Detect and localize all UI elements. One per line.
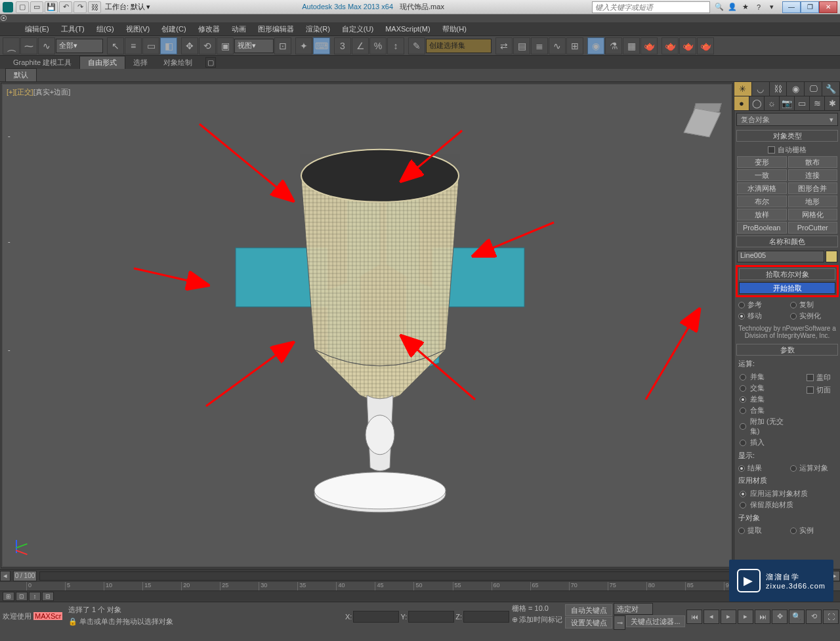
teapot1-icon[interactable]: 🫖 [662, 37, 679, 54]
ribbon-tab-graphite[interactable]: Graphite 建模工具 [5, 56, 79, 69]
coord-y[interactable] [408, 611, 454, 623]
chk-imprint[interactable] [807, 374, 814, 381]
radio-move[interactable] [738, 313, 745, 320]
cameras-icon[interactable]: 📷 [780, 96, 795, 110]
setkey-button[interactable]: 设置关键点 [565, 617, 612, 629]
autogrid-checkbox[interactable] [768, 146, 775, 154]
nav-pan-icon[interactable]: ✥ [772, 610, 788, 624]
time-track[interactable] [39, 571, 827, 581]
pivot-icon[interactable]: ⊡ [274, 37, 291, 54]
menu-grapheditors[interactable]: 图形编辑器 [253, 23, 299, 35]
rollout-object-type[interactable]: -对象类型 [736, 130, 838, 142]
btn-terrain[interactable]: 地形 [788, 196, 838, 207]
helpers-icon[interactable]: ▭ [795, 96, 810, 110]
maximize-button[interactable]: ❐ [801, 1, 819, 13]
btn-boolean[interactable]: 布尔 [737, 196, 787, 207]
render-setup-icon[interactable]: ⚗ [605, 37, 622, 54]
move-icon[interactable]: ✥ [181, 37, 198, 54]
select-manipulate-icon[interactable]: ✦ [295, 37, 312, 54]
time-slider-handle[interactable]: 0 / 100 [13, 571, 37, 581]
add-time-tag[interactable]: 添加时间标记 [519, 615, 562, 625]
ribbon-tab-freeform[interactable]: 自由形式 [79, 56, 125, 69]
motion-tab-icon[interactable]: ◉ [787, 82, 805, 96]
nav-orbit-icon[interactable]: ⟲ [806, 610, 822, 624]
modify-tab-icon[interactable]: ◡ [752, 82, 770, 96]
help-search-input[interactable] [592, 1, 710, 13]
spinner-snap-icon[interactable]: ↕ [387, 37, 404, 54]
help-icon[interactable]: ? [753, 2, 764, 12]
systems-icon[interactable]: ✱ [825, 96, 840, 110]
menu-modifiers[interactable]: 修改器 [193, 23, 225, 35]
render-icon[interactable]: 🫖 [640, 37, 658, 54]
menu-tools[interactable]: 工具(T) [56, 23, 90, 35]
dock-btn-1[interactable]: ⊞ [3, 592, 14, 601]
create-tab-icon[interactable]: ✳ [734, 82, 752, 96]
btn-scatter[interactable]: 散布 [788, 156, 838, 168]
search-icon[interactable]: 🔍 [714, 2, 724, 12]
keymode-dropdown[interactable]: 选定对 [614, 603, 653, 615]
rollout-name-color[interactable]: -名称和颜色 [736, 236, 838, 247]
utilities-tab-icon[interactable]: 🔧 [822, 82, 840, 96]
btn-blobmesh[interactable]: 水滴网格 [737, 182, 787, 194]
radio-attach[interactable] [740, 423, 746, 430]
btn-procutter[interactable]: ProCutter [788, 222, 838, 234]
coord-x[interactable] [353, 611, 399, 623]
nav-zoom-icon[interactable]: 🔍 [789, 610, 805, 624]
align-icon[interactable]: ▤ [513, 37, 530, 54]
menu-edit[interactable]: 编辑(E) [20, 23, 54, 35]
edit-named-sel-icon[interactable]: ✎ [408, 37, 425, 54]
named-selection-sets[interactable]: 创建选择集 [426, 39, 492, 53]
radio-instance[interactable] [790, 313, 797, 320]
save-icon[interactable]: 💾 [45, 1, 58, 13]
viewcube[interactable] [684, 104, 719, 140]
start-pick-button[interactable]: 开始拾取 [739, 282, 835, 294]
coord-z[interactable] [463, 611, 509, 623]
mirror-icon[interactable]: ⇄ [495, 37, 513, 54]
btn-mesher[interactable]: 网格化 [788, 209, 838, 220]
menu-create[interactable]: 创建(C) [156, 23, 191, 35]
radio-union[interactable] [740, 374, 746, 381]
menu-customize[interactable]: 自定义(U) [337, 23, 379, 35]
link-icon[interactable]: ⁔ [3, 37, 20, 54]
radio-merge[interactable] [740, 407, 746, 414]
dock-btn-3[interactable]: ↕ [29, 592, 41, 601]
timeline-prev-icon[interactable]: ◂ [0, 571, 10, 581]
rollout-parameters[interactable]: -参数 [736, 344, 838, 356]
time-ruler[interactable]: 05 1015 2025 3035 4045 5055 6065 7075 80… [0, 582, 840, 591]
link-icon[interactable]: ⛓ [88, 1, 101, 13]
radio-intersect[interactable] [740, 385, 746, 392]
radio-apply-mat[interactable] [740, 491, 746, 497]
nav-max-icon[interactable]: ⛶ [823, 610, 839, 624]
key-filters-button[interactable]: 关键点过滤器... [626, 615, 685, 627]
rotate-icon[interactable]: ⟲ [199, 37, 216, 54]
goto-end-icon[interactable]: ⏭ [755, 610, 770, 624]
radio-insert[interactable] [740, 440, 746, 446]
key-icon[interactable]: ⊸ [614, 615, 625, 630]
object-name-input[interactable]: Line005 [737, 251, 824, 262]
next-frame-icon[interactable]: ▸ [738, 610, 753, 624]
viewport-inner[interactable]: [+][正交][真实+边面] [3, 85, 731, 566]
layers-icon[interactable]: ≣ [531, 37, 548, 54]
prev-frame-icon[interactable]: ◂ [704, 610, 719, 624]
menu-animation[interactable]: 动画 [226, 23, 251, 35]
teapot2-icon[interactable]: 🫖 [679, 37, 696, 54]
ref-coord-system[interactable]: 视图 ▾ [234, 39, 274, 53]
ribbon-tab-selection[interactable]: 选择 [125, 56, 156, 69]
time-tag-icon[interactable]: ⊕ [512, 615, 518, 624]
radio-subtract[interactable] [740, 396, 746, 403]
workspace-selector[interactable]: 工作台: 默认▾ [105, 2, 150, 12]
hierarchy-tab-icon[interactable]: ⛓ [770, 82, 788, 96]
selection-filter[interactable]: 全部 ▾ [56, 39, 103, 53]
btn-shapemerge[interactable]: 图形合并 [788, 182, 838, 194]
geometry-icon[interactable]: ● [734, 96, 749, 110]
angle-snap-icon[interactable]: ∠ [352, 37, 369, 54]
btn-morph[interactable]: 变形 [737, 156, 787, 168]
dock-btn-2[interactable]: ⊡ [16, 592, 28, 601]
menu-maxscript[interactable]: MAXScript(M) [380, 24, 435, 34]
percent-snap-icon[interactable]: % [369, 37, 387, 54]
lights-icon[interactable]: ☼ [765, 96, 780, 110]
ribbon-subtab-default[interactable]: 默认 [5, 68, 37, 82]
select-region-icon[interactable]: ▭ [142, 37, 159, 54]
dock-btn-4[interactable]: ⊟ [42, 592, 54, 601]
radio-instance[interactable] [790, 527, 797, 534]
